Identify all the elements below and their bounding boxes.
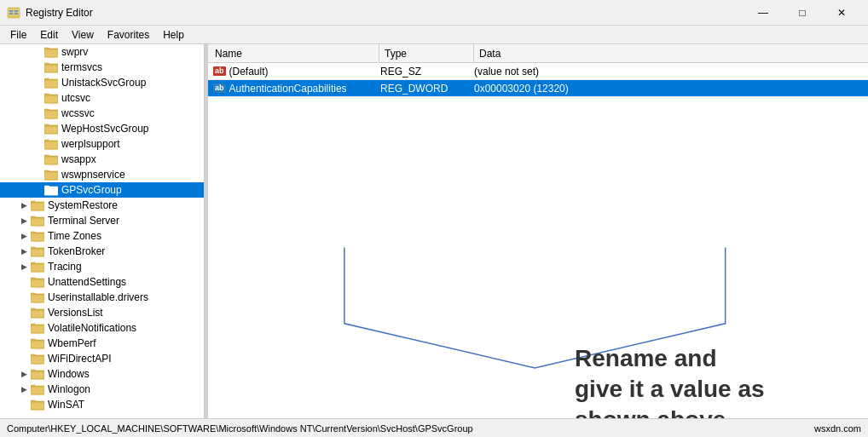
svg-rect-3 <box>14 10 18 12</box>
tree-item-label: VersionsList <box>48 307 103 319</box>
annotation-area: Rename and give it a value as shown abov… <box>208 241 868 419</box>
tree-item[interactable]: WbemPerf <box>0 336 204 351</box>
menu-view[interactable]: View <box>65 27 101 43</box>
row-name: AuthenticationCapabilities <box>229 83 347 95</box>
tree-item[interactable]: wsappx <box>0 152 204 167</box>
status-bar: Computer\HKEY_LOCAL_MACHINE\SOFTWARE\Mic… <box>0 418 868 437</box>
annotation-line2: give it a value as <box>575 376 765 402</box>
expand-icon[interactable]: ▶ <box>17 382 31 396</box>
tree-item-label: wcssvc <box>61 107 95 119</box>
tree-item-label: GPSvcGroup <box>61 184 122 196</box>
col-header-data: Data <box>474 48 868 60</box>
menu-bar: File Edit View Favorites Help <box>0 26 868 44</box>
col-header-type: Type <box>379 48 473 60</box>
tree-item-label: Time Zones <box>48 230 101 242</box>
menu-favorites[interactable]: Favorites <box>101 27 156 43</box>
annotation-line3: shown above <box>575 406 726 418</box>
tree-item[interactable]: termsvcs <box>0 60 204 75</box>
tree-item-label: utcsvc <box>61 92 90 104</box>
expand-icon[interactable]: ▶ <box>17 198 31 212</box>
expand-icon[interactable]: ▶ <box>17 260 31 273</box>
status-brand: wsxdn.com <box>814 423 861 434</box>
tree-item[interactable]: ▶ Winlogon <box>0 382 204 397</box>
tree-item-label: WbemPerf <box>48 337 96 349</box>
tree-item-label: Winlogon <box>48 383 90 395</box>
title-bar: Registry Editor — □ ✕ <box>0 0 868 26</box>
main-area: swprv termsvcs UnistackSvcGroup utcsvc w… <box>0 44 868 418</box>
tree-item-label: SystemRestore <box>48 199 118 211</box>
tree-item-label: wsappx <box>61 153 96 165</box>
tree-item[interactable]: wswpnservice <box>0 167 204 182</box>
menu-file[interactable]: File <box>3 27 33 43</box>
tree-item-label: UnattendSettings <box>48 276 126 288</box>
tree-item[interactable]: swprv <box>0 44 204 60</box>
title-bar-left: Registry Editor <box>7 6 93 20</box>
svg-rect-2 <box>9 13 13 14</box>
tree-item-label: werplsupport <box>61 138 120 150</box>
tree-item-label: UnistackSvcGroup <box>61 77 146 89</box>
tree-item-label: TokenBroker <box>48 245 105 257</box>
expand-icon[interactable]: ▶ <box>17 229 31 243</box>
status-path: Computer\HKEY_LOCAL_MACHINE\SOFTWARE\Mic… <box>7 423 473 434</box>
tree-item-label: VolatileNotifications <box>48 322 136 334</box>
tree-item[interactable]: werplsupport <box>0 136 204 152</box>
right-pane: Name Type Data ab(Default) REG_SZ (value… <box>208 44 868 418</box>
tree-item[interactable]: UnattendSettings <box>0 274 204 290</box>
col-header-name: Name <box>208 48 379 60</box>
minimize-button[interactable]: — <box>744 0 783 26</box>
svg-rect-4 <box>14 13 18 14</box>
tree-item-label: Tracing <box>48 261 82 273</box>
maximize-button[interactable]: □ <box>783 0 822 26</box>
tree-item[interactable]: WinSAT <box>0 397 204 412</box>
tree-item-label: termsvcs <box>61 61 102 73</box>
tree-item-label: WinSAT <box>48 399 84 411</box>
tree-item[interactable]: Userinstallable.drivers <box>0 290 204 305</box>
expand-icon[interactable]: ▶ <box>17 367 31 381</box>
table-row[interactable]: ab(Default) REG_SZ (value not set) <box>208 63 868 80</box>
close-button[interactable]: ✕ <box>822 0 861 26</box>
tree-item[interactable]: ▶ Terminal Server <box>0 213 204 228</box>
app-title: Registry Editor <box>26 7 93 19</box>
tree-item[interactable]: VolatileNotifications <box>0 320 204 336</box>
menu-edit[interactable]: Edit <box>33 27 65 43</box>
tree-item-label: Windows <box>48 368 90 380</box>
annotation-line1: Rename and <box>575 345 717 371</box>
svg-rect-0 <box>8 8 20 18</box>
tree-item-label: Terminal Server <box>48 215 119 227</box>
row-name: (Default) <box>229 66 269 78</box>
tree-item[interactable]: ▶ Windows <box>0 366 204 382</box>
tree-item[interactable]: utcsvc <box>0 90 204 106</box>
cell-data: 0x00003020 (12320) <box>472 83 868 95</box>
tree-item[interactable]: GPSvcGroup <box>0 182 204 198</box>
tree-item-label: Userinstallable.drivers <box>48 291 148 303</box>
tree-item[interactable]: WiFiDirectAPI <box>0 351 204 366</box>
table-rows-container[interactable]: ab(Default) REG_SZ (value not set) abAut… <box>208 63 868 241</box>
registry-app-icon <box>7 6 20 20</box>
tree-item[interactable]: ▶ SystemRestore <box>0 198 204 213</box>
tree-item-label: WepHostSvcGroup <box>61 123 149 135</box>
value-icon-ab: ab <box>213 66 226 76</box>
annotation-lines-svg <box>208 241 868 419</box>
tree-item[interactable]: UnistackSvcGroup <box>0 75 204 90</box>
tree-item[interactable]: WepHostSvcGroup <box>0 121 204 136</box>
annotation-text: Rename and give it a value as shown abov… <box>575 343 765 419</box>
tree-item[interactable]: wcssvc <box>0 106 204 121</box>
tree-item[interactable]: ▶ TokenBroker <box>0 244 204 259</box>
tree-item[interactable]: ▶ Tracing <box>0 259 204 274</box>
cell-data: (value not set) <box>472 66 868 78</box>
tree-item-label: WiFiDirectAPI <box>48 353 112 365</box>
menu-help[interactable]: Help <box>156 27 191 43</box>
cell-name: abAuthenticationCapabilities <box>208 83 379 95</box>
tree-item-label: swprv <box>61 46 88 58</box>
expand-icon[interactable]: ▶ <box>17 214 31 227</box>
cell-type: REG_DWORD <box>379 83 472 95</box>
table-row[interactable]: abAuthenticationCapabilities REG_DWORD 0… <box>208 80 868 97</box>
window-controls: — □ ✕ <box>744 0 861 26</box>
tree-item-label: wswpnservice <box>61 169 125 181</box>
expand-icon[interactable]: ▶ <box>17 244 31 258</box>
tree-pane[interactable]: swprv termsvcs UnistackSvcGroup utcsvc w… <box>0 44 205 418</box>
tree-item[interactable]: VersionsList <box>0 305 204 320</box>
tree-item[interactable]: ▶ Time Zones <box>0 228 204 244</box>
value-icon-dword: ab <box>213 83 226 93</box>
cell-type: REG_SZ <box>379 66 472 78</box>
